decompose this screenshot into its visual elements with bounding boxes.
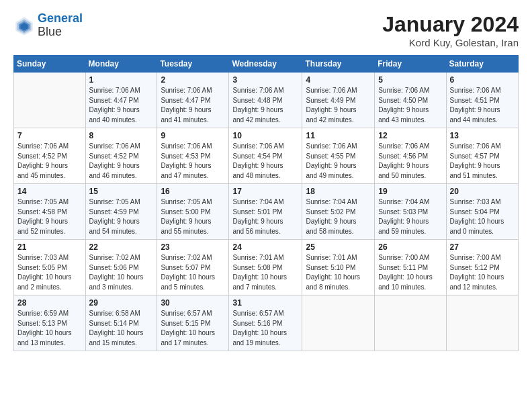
weekday-header-tuesday: Tuesday [157, 56, 229, 73]
page-title: January 2024 [382, 12, 519, 37]
day-number: 11 [306, 131, 371, 140]
calendar-cell: 29Sunrise: 6:58 AM Sunset: 5:14 PM Dayli… [85, 295, 157, 351]
day-number: 19 [378, 187, 442, 196]
calendar-cell: 20Sunrise: 7:03 AM Sunset: 5:04 PM Dayli… [446, 184, 518, 240]
day-info: Sunrise: 7:05 AM Sunset: 4:58 PM Dayligh… [17, 197, 82, 236]
logo-line2: Blue [38, 26, 83, 39]
week-row-2: 7Sunrise: 7:06 AM Sunset: 4:52 PM Daylig… [14, 128, 519, 184]
day-number: 31 [232, 298, 298, 308]
calendar-cell: 10Sunrise: 7:06 AM Sunset: 4:54 PM Dayli… [229, 128, 302, 184]
day-number: 18 [306, 187, 371, 196]
calendar-cell: 3Sunrise: 7:06 AM Sunset: 4:48 PM Daylig… [229, 73, 302, 128]
day-number: 10 [232, 131, 298, 140]
day-number: 21 [17, 242, 82, 252]
day-info: Sunrise: 7:06 AM Sunset: 4:48 PM Dayligh… [232, 86, 298, 125]
day-number: 1 [89, 75, 154, 85]
calendar-cell: 6Sunrise: 7:06 AM Sunset: 4:51 PM Daylig… [446, 73, 518, 128]
calendar-cell: 16Sunrise: 7:05 AM Sunset: 5:00 PM Dayli… [157, 184, 229, 240]
day-number: 3 [232, 75, 298, 85]
day-number: 27 [450, 242, 515, 252]
day-info: Sunrise: 7:06 AM Sunset: 4:55 PM Dayligh… [306, 142, 371, 181]
calendar-cell: 9Sunrise: 7:06 AM Sunset: 4:53 PM Daylig… [157, 128, 229, 184]
calendar-cell: 30Sunrise: 6:57 AM Sunset: 5:15 PM Dayli… [157, 295, 229, 351]
day-info: Sunrise: 7:02 AM Sunset: 5:06 PM Dayligh… [89, 253, 154, 292]
day-info: Sunrise: 7:06 AM Sunset: 4:52 PM Dayligh… [89, 142, 154, 181]
day-info: Sunrise: 7:06 AM Sunset: 4:54 PM Dayligh… [232, 142, 298, 181]
calendar-cell: 5Sunrise: 7:06 AM Sunset: 4:50 PM Daylig… [375, 73, 446, 128]
weekday-header-wednesday: Wednesday [229, 56, 302, 73]
calendar-cell: 4Sunrise: 7:06 AM Sunset: 4:49 PM Daylig… [302, 73, 375, 128]
day-info: Sunrise: 7:06 AM Sunset: 4:56 PM Dayligh… [378, 142, 442, 181]
day-info: Sunrise: 7:04 AM Sunset: 5:02 PM Dayligh… [306, 197, 371, 236]
logo-text: General Blue [38, 12, 83, 39]
calendar-cell: 28Sunrise: 6:59 AM Sunset: 5:13 PM Dayli… [14, 295, 86, 351]
day-number: 14 [17, 187, 82, 196]
calendar-cell: 17Sunrise: 7:04 AM Sunset: 5:01 PM Dayli… [229, 184, 302, 240]
calendar-cell: 25Sunrise: 7:01 AM Sunset: 5:10 PM Dayli… [302, 240, 375, 295]
day-info: Sunrise: 7:04 AM Sunset: 5:03 PM Dayligh… [378, 197, 442, 236]
day-number: 2 [161, 75, 225, 85]
calendar-cell: 23Sunrise: 7:02 AM Sunset: 5:07 PM Dayli… [157, 240, 229, 295]
day-info: Sunrise: 7:00 AM Sunset: 5:11 PM Dayligh… [378, 253, 442, 292]
day-info: Sunrise: 6:57 AM Sunset: 5:15 PM Dayligh… [161, 309, 225, 348]
day-number: 26 [378, 242, 442, 252]
day-number: 28 [17, 298, 82, 308]
day-info: Sunrise: 7:06 AM Sunset: 4:49 PM Dayligh… [306, 86, 371, 125]
week-row-1: 1Sunrise: 7:06 AM Sunset: 4:47 PM Daylig… [14, 73, 519, 128]
weekday-header-thursday: Thursday [302, 56, 375, 73]
day-number: 15 [89, 187, 154, 196]
day-number: 22 [89, 242, 154, 252]
calendar-cell: 22Sunrise: 7:02 AM Sunset: 5:06 PM Dayli… [85, 240, 157, 295]
day-number: 12 [378, 131, 442, 140]
week-row-3: 14Sunrise: 7:05 AM Sunset: 4:58 PM Dayli… [14, 184, 519, 240]
day-number: 25 [306, 242, 371, 252]
calendar-cell: 27Sunrise: 7:00 AM Sunset: 5:12 PM Dayli… [446, 240, 518, 295]
day-info: Sunrise: 7:01 AM Sunset: 5:08 PM Dayligh… [232, 253, 298, 292]
day-info: Sunrise: 6:58 AM Sunset: 5:14 PM Dayligh… [89, 309, 154, 348]
weekday-header-sunday: Sunday [14, 56, 86, 73]
day-info: Sunrise: 7:00 AM Sunset: 5:12 PM Dayligh… [450, 253, 515, 292]
calendar-cell: 31Sunrise: 6:57 AM Sunset: 5:16 PM Dayli… [229, 295, 302, 351]
calendar-cell: 2Sunrise: 7:06 AM Sunset: 4:47 PM Daylig… [157, 73, 229, 128]
calendar-cell [302, 295, 375, 351]
day-number: 24 [232, 242, 298, 252]
day-info: Sunrise: 7:04 AM Sunset: 5:01 PM Dayligh… [232, 197, 298, 236]
day-info: Sunrise: 7:02 AM Sunset: 5:07 PM Dayligh… [161, 253, 225, 292]
day-number: 5 [378, 75, 442, 85]
day-info: Sunrise: 6:59 AM Sunset: 5:13 PM Dayligh… [17, 309, 82, 348]
day-number: 29 [89, 298, 154, 308]
calendar-cell: 18Sunrise: 7:04 AM Sunset: 5:02 PM Dayli… [302, 184, 375, 240]
weekday-header-friday: Friday [375, 56, 446, 73]
day-info: Sunrise: 7:06 AM Sunset: 4:57 PM Dayligh… [450, 142, 515, 181]
weekday-header-row: SundayMondayTuesdayWednesdayThursdayFrid… [14, 56, 519, 73]
calendar-cell [446, 295, 518, 351]
calendar-cell: 1Sunrise: 7:06 AM Sunset: 4:47 PM Daylig… [85, 73, 157, 128]
calendar-cell [14, 73, 86, 128]
calendar-cell: 12Sunrise: 7:06 AM Sunset: 4:56 PM Dayli… [375, 128, 446, 184]
day-info: Sunrise: 7:05 AM Sunset: 5:00 PM Dayligh… [161, 197, 225, 236]
day-info: Sunrise: 7:06 AM Sunset: 4:47 PM Dayligh… [89, 86, 154, 125]
day-info: Sunrise: 7:06 AM Sunset: 4:50 PM Dayligh… [378, 86, 442, 125]
calendar-cell: 19Sunrise: 7:04 AM Sunset: 5:03 PM Dayli… [375, 184, 446, 240]
logo: General Blue [13, 12, 83, 39]
logo-line1: General [38, 11, 83, 25]
weekday-header-saturday: Saturday [446, 56, 518, 73]
day-info: Sunrise: 7:06 AM Sunset: 4:52 PM Dayligh… [17, 142, 82, 181]
day-info: Sunrise: 6:57 AM Sunset: 5:16 PM Dayligh… [232, 309, 298, 348]
calendar-cell: 7Sunrise: 7:06 AM Sunset: 4:52 PM Daylig… [14, 128, 86, 184]
day-info: Sunrise: 7:06 AM Sunset: 4:51 PM Dayligh… [450, 86, 515, 125]
day-info: Sunrise: 7:03 AM Sunset: 5:04 PM Dayligh… [450, 197, 515, 236]
day-number: 23 [161, 242, 225, 252]
calendar: SundayMondayTuesdayWednesdayThursdayFrid… [13, 55, 519, 351]
calendar-cell: 14Sunrise: 7:05 AM Sunset: 4:58 PM Dayli… [14, 184, 86, 240]
calendar-cell: 8Sunrise: 7:06 AM Sunset: 4:52 PM Daylig… [85, 128, 157, 184]
day-info: Sunrise: 7:01 AM Sunset: 5:10 PM Dayligh… [306, 253, 371, 292]
logo-icon [13, 15, 35, 36]
calendar-cell [375, 295, 446, 351]
day-number: 17 [232, 187, 298, 196]
day-number: 30 [161, 298, 225, 308]
title-block: January 2024 Kord Kuy, Golestan, Iran [382, 12, 519, 48]
calendar-cell: 21Sunrise: 7:03 AM Sunset: 5:05 PM Dayli… [14, 240, 86, 295]
day-info: Sunrise: 7:06 AM Sunset: 4:47 PM Dayligh… [161, 86, 225, 125]
week-row-5: 28Sunrise: 6:59 AM Sunset: 5:13 PM Dayli… [14, 295, 519, 351]
